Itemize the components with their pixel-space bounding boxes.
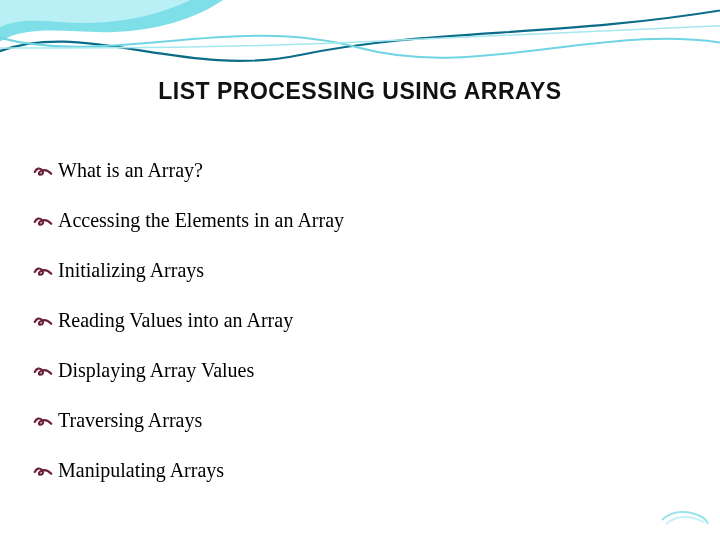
bullet-text: Manipulating Arrays	[58, 458, 672, 482]
slide-title: LIST PROCESSING USING ARRAYS	[0, 78, 720, 105]
scribble-bullet-icon	[32, 260, 54, 282]
scribble-bullet-icon	[32, 360, 54, 382]
bullet-list: What is an Array? Accessing the Elements…	[32, 158, 672, 508]
bullet-item: Traversing Arrays	[32, 408, 672, 432]
bullet-text: Accessing the Elements in an Array	[58, 208, 672, 232]
footer-swoosh-icon	[660, 506, 710, 528]
scribble-bullet-icon	[32, 160, 54, 182]
bullet-text: Displaying Array Values	[58, 358, 672, 382]
bullet-text: Initializing Arrays	[58, 258, 672, 282]
bullet-item: Manipulating Arrays	[32, 458, 672, 482]
scribble-bullet-icon	[32, 210, 54, 232]
scribble-bullet-icon	[32, 310, 54, 332]
bullet-text: Reading Values into an Array	[58, 308, 672, 332]
bullet-item: Accessing the Elements in an Array	[32, 208, 672, 232]
slide: LIST PROCESSING USING ARRAYS What is an …	[0, 0, 720, 540]
footer-decoration	[660, 506, 710, 532]
bullet-text: Traversing Arrays	[58, 408, 672, 432]
bullet-text: What is an Array?	[58, 158, 672, 182]
scribble-bullet-icon	[32, 460, 54, 482]
scribble-bullet-icon	[32, 410, 54, 432]
bullet-item: Reading Values into an Array	[32, 308, 672, 332]
bullet-item: Displaying Array Values	[32, 358, 672, 382]
bullet-item: Initializing Arrays	[32, 258, 672, 282]
bullet-item: What is an Array?	[32, 158, 672, 182]
